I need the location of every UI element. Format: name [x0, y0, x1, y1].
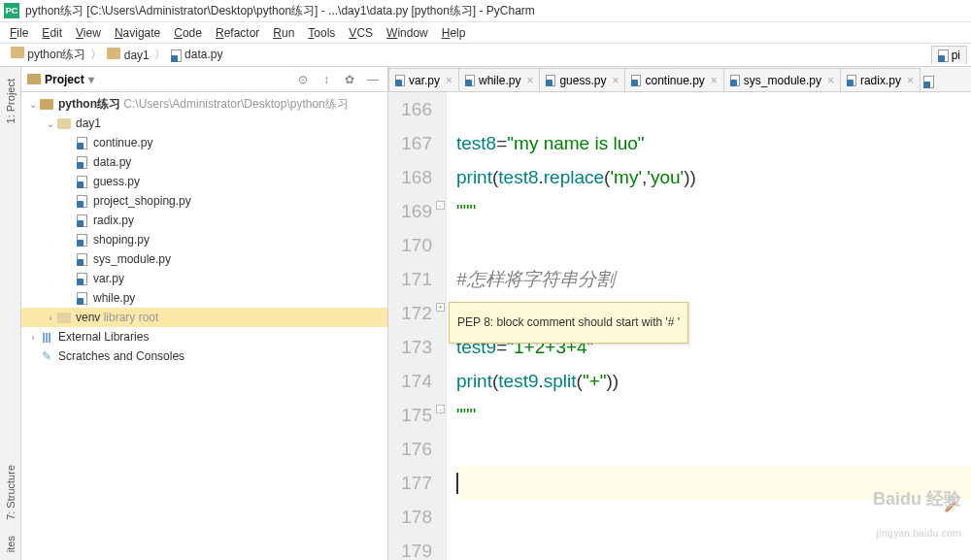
nav-right-item[interactable]: pi — [931, 46, 967, 64]
python-file-icon — [74, 233, 89, 247]
tree-chevron-icon[interactable]: ⌄ — [45, 118, 56, 129]
editor-area: var.py×while.py×guess.py×continue.py×sys… — [388, 67, 971, 560]
panel-header: Project ▾ ⊙ ↕ ✿ — — [21, 67, 387, 92]
editor-tab[interactable]: continue.py× — [624, 68, 723, 91]
chevron-right-icon: 〉 — [154, 47, 166, 63]
tree-row[interactable]: var.py — [21, 269, 387, 288]
line-number: 175 — [388, 398, 432, 432]
chevron-down-icon[interactable]: ▾ — [88, 73, 94, 86]
tree-row[interactable]: project_shoping.py — [21, 191, 387, 211]
tree-row[interactable]: while.py — [21, 288, 387, 308]
titlebar: PC python练习 [C:\Users\Administrator\Desk… — [0, 0, 971, 22]
tree-label: External Libraries — [58, 330, 149, 344]
breadcrumb-item[interactable]: day1 — [104, 47, 151, 63]
tab-overflow[interactable] — [920, 76, 938, 91]
breadcrumb-item[interactable]: python练习 — [8, 46, 88, 64]
menu-code[interactable]: Code — [168, 24, 208, 42]
tab-label: guess.py — [559, 74, 606, 87]
tree-row[interactable]: ⌄python练习 C:\Users\Administrator\Desktop… — [21, 94, 387, 114]
tree-row[interactable]: radix.py — [21, 211, 387, 230]
close-icon[interactable]: × — [610, 74, 619, 87]
menu-file[interactable]: File — [4, 24, 34, 42]
line-number: 169 — [388, 194, 432, 228]
rail-tab-ites[interactable]: ites — [3, 528, 18, 560]
code-editor[interactable]: 1661671681691701711721731741751761771781… — [388, 92, 971, 560]
python-file-icon — [465, 75, 475, 86]
editor-tab[interactable]: sys_module.py× — [723, 68, 841, 91]
line-number: 174 — [388, 364, 432, 398]
folder-icon — [107, 48, 120, 59]
close-icon[interactable]: × — [444, 74, 452, 87]
tree-row[interactable]: ›venv library root — [21, 308, 387, 327]
menu-refactor[interactable]: Refactor — [210, 24, 265, 42]
scroll-from-source-icon[interactable]: ⊙ — [294, 71, 312, 88]
gear-icon[interactable]: ✿ — [341, 71, 358, 88]
line-number: 176 — [388, 432, 432, 466]
left-rail: 1: Project 7: Structure ites — [0, 67, 21, 560]
tab-label: sys_module.py — [744, 74, 821, 87]
project-icon — [27, 74, 41, 84]
rail-tab-structure[interactable]: 7: Structure — [3, 457, 18, 528]
fold-marker[interactable]: - — [436, 405, 445, 413]
editor-tab[interactable]: radix.py× — [840, 68, 921, 91]
tree-row[interactable]: guess.py — [21, 172, 387, 191]
python-file-icon — [74, 272, 89, 285]
close-icon[interactable]: × — [709, 74, 718, 87]
tree-chevron-icon[interactable]: › — [27, 332, 39, 343]
tree-row[interactable]: sys_module.py — [21, 249, 387, 269]
tree-row[interactable]: continue.py — [21, 133, 387, 152]
editor-tab[interactable]: while.py× — [458, 68, 540, 91]
folder-icon — [56, 116, 72, 130]
editor-tab[interactable]: var.py× — [388, 68, 459, 91]
code-content[interactable]: test8="my name is luo" print(test8.repla… — [447, 92, 971, 560]
chevron-right-icon: 〉 — [90, 47, 102, 63]
breadcrumb-item[interactable]: data.py — [168, 47, 226, 62]
tree-label: guess.py — [93, 175, 140, 188]
tree-row[interactable]: ✎Scratches and Consoles — [21, 346, 387, 366]
tree-label: data.py — [93, 155, 131, 169]
editor-tabs: var.py×while.py×guess.py×continue.py×sys… — [388, 67, 971, 92]
menu-navigate[interactable]: Navigate — [109, 24, 166, 42]
code-line — [456, 432, 971, 466]
panel-title[interactable]: Project ▾ — [27, 73, 288, 86]
menu-run[interactable]: Run — [267, 24, 300, 42]
menu-window[interactable]: Window — [381, 24, 434, 42]
menu-view[interactable]: View — [70, 24, 107, 42]
close-icon[interactable]: × — [825, 74, 834, 87]
rail-tab-project[interactable]: 1: Project — [3, 71, 18, 131]
close-icon[interactable]: × — [524, 74, 533, 87]
python-file-icon — [74, 136, 89, 149]
close-icon[interactable]: × — [905, 74, 914, 87]
code-line: """ — [456, 194, 971, 228]
project-tree[interactable]: ⌄python练习 C:\Users\Administrator\Desktop… — [21, 92, 387, 560]
collapse-all-icon[interactable]: ↕ — [318, 71, 335, 88]
menu-tools[interactable]: Tools — [302, 24, 341, 42]
pep8-tooltip: PEP 8: block comment should start with '… — [449, 302, 688, 344]
menu-edit[interactable]: Edit — [36, 24, 68, 42]
line-number: 177 — [388, 466, 432, 500]
line-number: 171 — [388, 262, 432, 296]
line-number: 178 — [388, 500, 432, 534]
app-icon: PC — [4, 3, 19, 18]
menu-vcs[interactable]: VCS — [343, 24, 379, 42]
editor-tab[interactable]: guess.py× — [539, 68, 625, 91]
tree-chevron-icon[interactable]: ⌄ — [27, 99, 39, 110]
tab-label: while.py — [479, 74, 520, 87]
tree-row[interactable]: data.py — [21, 152, 387, 172]
tree-label: python练习 C:\Users\Administrator\Desktop\… — [58, 96, 349, 113]
python-file-icon — [74, 155, 89, 169]
tree-row[interactable]: ›|||External Libraries — [21, 327, 387, 346]
line-number: 168 — [388, 160, 432, 194]
fold-marker[interactable]: + — [436, 303, 445, 312]
line-number: 166 — [388, 92, 432, 126]
tree-row[interactable]: ⌄day1 — [21, 114, 387, 133]
menu-help[interactable]: Help — [436, 24, 472, 42]
line-number: 179 — [388, 534, 432, 560]
python-file-icon — [631, 75, 641, 86]
tree-chevron-icon[interactable]: › — [45, 313, 56, 323]
code-line — [456, 92, 971, 126]
tree-row[interactable]: shoping.py — [21, 230, 387, 249]
fold-marker[interactable]: - — [436, 201, 445, 210]
tree-label: day1 — [76, 116, 101, 130]
hide-icon[interactable]: — — [364, 71, 382, 88]
